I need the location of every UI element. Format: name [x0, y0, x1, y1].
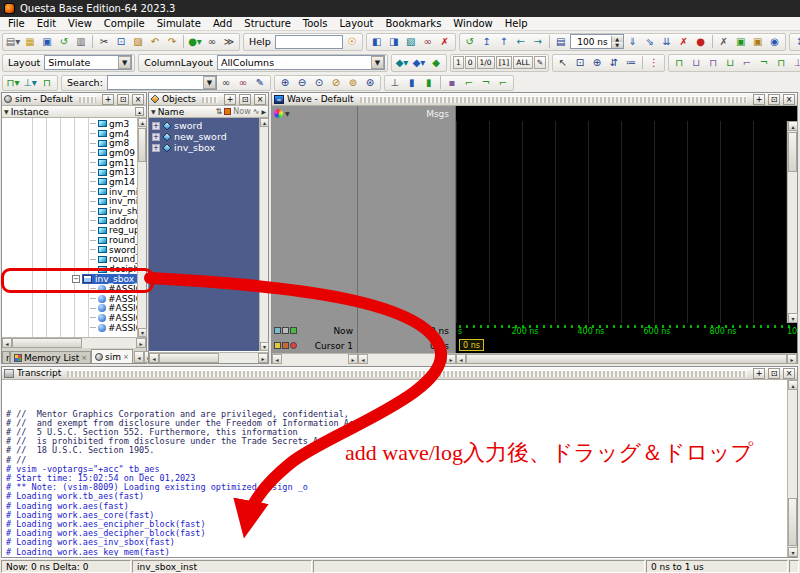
open-button[interactable]: ▦	[22, 34, 38, 49]
force-clock-button[interactable]: ⊓	[671, 55, 687, 70]
find-prev-button[interactable]: ∞	[235, 75, 251, 90]
scrollbar-thumb[interactable]	[788, 498, 797, 546]
search-caret-icon[interactable]: ▼	[203, 76, 216, 89]
menu-item[interactable]: Compile	[98, 17, 151, 30]
highlight-button[interactable]: ✎	[252, 75, 268, 90]
scroll-down-icon[interactable]: ▾	[788, 313, 798, 323]
scroll-down-icon[interactable]: ▾	[138, 328, 147, 337]
menu-item[interactable]: Bookmarks	[379, 17, 447, 30]
expand-icon[interactable]: +	[152, 133, 160, 141]
objects-vertical-scrollbar[interactable]: ▴ ▾	[259, 118, 268, 351]
wave-tool-icon[interactable]	[282, 327, 289, 334]
scroll-left-icon[interactable]: ◂	[272, 354, 282, 364]
cursor-lock-icon[interactable]	[274, 342, 281, 349]
object-row[interactable]: + new_sword	[149, 131, 268, 142]
tree-item[interactable]: inv_mixcolumn...	[2, 197, 139, 207]
tree-item[interactable]: decipher_ctl	[2, 264, 139, 274]
close-panel-button[interactable]: ×	[254, 94, 266, 105]
wave-tool-icon[interactable]	[290, 327, 297, 334]
edge-prev-button[interactable]: ⌐	[461, 75, 477, 90]
print-button[interactable]: ▥	[73, 34, 89, 49]
stop-compile-button[interactable]: ✗	[437, 34, 453, 49]
scroll-down-icon[interactable]: ▾	[260, 342, 269, 351]
edit-mode-button[interactable]: ⇵	[606, 55, 622, 70]
tree-item[interactable]: gm14	[2, 177, 139, 187]
edit-pen-button[interactable]: ✎	[534, 56, 546, 69]
run-length-spinner[interactable]: 100 ns ▲▼	[570, 34, 624, 49]
help-input[interactable]	[275, 35, 343, 49]
run-length-value[interactable]: 100 ns	[571, 37, 611, 47]
wave-tool-icon[interactable]	[274, 327, 281, 334]
wave-cursor-add-button[interactable]: ⊥▾	[22, 75, 38, 90]
wave-msgs-header[interactable]: Msgs	[358, 106, 456, 121]
crosshair-mode-button[interactable]: ≔	[623, 55, 639, 70]
radix-all-button[interactable]: ALL	[513, 56, 533, 69]
tree-item-assign[interactable]: #ASSIGN...	[2, 303, 139, 313]
signal-fall-button[interactable]: ⊥	[790, 55, 800, 70]
wave-scrollbar[interactable]: ◂ ▸	[456, 353, 797, 364]
close-panel-button[interactable]: ×	[132, 94, 144, 105]
close-tab-icon[interactable]: ×	[123, 353, 129, 361]
undock-panel-button[interactable]: ⊡	[768, 94, 780, 105]
sim-vertical-scrollbar[interactable]: ▴ ▾	[137, 118, 146, 337]
kill-button[interactable]: ✗	[716, 34, 732, 49]
scroll-left-icon[interactable]: ◂	[149, 353, 159, 363]
wave-star-icon[interactable]	[274, 109, 283, 118]
tab-memory-list[interactable]: Memory List ×	[10, 351, 91, 363]
force-edge-rise-button[interactable]: ⊓	[705, 55, 721, 70]
menu-item[interactable]: Window	[447, 17, 498, 30]
tree-item[interactable]: gm13	[2, 167, 139, 177]
select-mode-button[interactable]: ↖	[555, 55, 571, 70]
tree-item-assign[interactable]: #ASSIGN...	[2, 284, 139, 294]
scrollbar-thumb[interactable]	[138, 128, 146, 162]
undock-panel-button[interactable]: ⊡	[117, 94, 129, 105]
scroll-right-icon[interactable]: ▸	[258, 353, 268, 363]
tab-sim[interactable]: sim ×	[91, 349, 133, 363]
scrollbar-thumb[interactable]	[788, 132, 797, 172]
panel-grip[interactable]	[360, 96, 747, 103]
menu-item[interactable]: Structure	[238, 17, 297, 30]
zoom-in-button[interactable]: ⊕	[277, 75, 293, 90]
zoom-mode-button[interactable]: ⊡	[572, 55, 588, 70]
cursor-time-box[interactable]: 0 ns	[459, 339, 484, 351]
scroll-right-icon[interactable]: ▸	[446, 354, 456, 364]
menu-item[interactable]: Edit	[31, 17, 62, 30]
expand-icon[interactable]: +	[152, 144, 160, 152]
scroll-down-icon[interactable]: ▾	[788, 547, 798, 557]
radix-bracket-button[interactable]: [1]	[496, 56, 513, 69]
wave-vertical-scrollbar[interactable]: ▴ ▾	[787, 121, 797, 323]
transcript-text[interactable]: # // Mentor Graphics Corporation and are…	[3, 380, 787, 556]
find-button[interactable]: ∞	[204, 34, 220, 49]
transcript-scrollbar[interactable]: ▴ ▾	[787, 380, 797, 557]
compile-button[interactable]: ◧	[369, 34, 385, 49]
spin-down-icon[interactable]: ▼	[612, 42, 623, 48]
objects-horizontal-scrollbar[interactable]: ◂ ▸	[149, 352, 268, 363]
tree-item[interactable]: gm09	[2, 148, 139, 158]
signal-prev-button[interactable]: ⌐	[739, 55, 755, 70]
expand-vertical-button[interactable]: ↕	[792, 34, 800, 49]
find-in-files-button[interactable]: ∞	[420, 34, 436, 49]
wave-values-column[interactable]	[358, 121, 456, 323]
tree-item[interactable]: reg_update	[2, 226, 139, 236]
cursor-track[interactable]: 0 ns	[456, 338, 797, 353]
tree-item-assign[interactable]: #ASSIGN...	[2, 313, 139, 323]
compile-all-button[interactable]: ◨	[386, 34, 402, 49]
tree-item[interactable]: addroundkey	[2, 216, 139, 226]
object-row[interactable]: + sword	[149, 120, 268, 131]
edge-next-button[interactable]: ¬	[478, 75, 494, 90]
layout-combobox[interactable]: Simulate ▼	[44, 55, 132, 70]
tree-item[interactable]: sword_ctr	[2, 245, 139, 255]
expand-panel-button[interactable]: +	[224, 94, 236, 105]
redo-button[interactable]: ↷	[164, 34, 180, 49]
object-row[interactable]: + inv_sbox	[149, 142, 268, 153]
tree-item[interactable]: gm8	[2, 138, 139, 148]
transcript-header[interactable]: Transcript + ⊡ ×	[2, 367, 797, 380]
cut-button[interactable]: ✂	[96, 34, 112, 49]
wave-filter-icon[interactable]: ∿	[253, 107, 260, 116]
zoom-range-button[interactable]: ⊚	[345, 75, 361, 90]
cursor-delete-icon[interactable]	[290, 342, 297, 349]
scrollbar-thumb[interactable]	[466, 354, 787, 364]
tab-scroll-left-icon[interactable]: ◂	[134, 351, 144, 363]
step-up-button[interactable]: ↑	[496, 34, 512, 49]
reload-button[interactable]: ↺	[56, 34, 72, 49]
